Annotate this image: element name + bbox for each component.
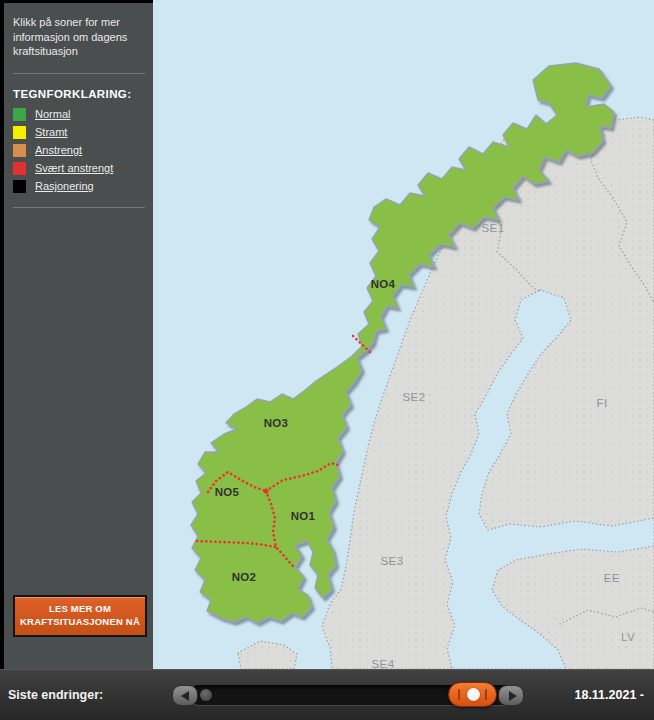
region-label-se4: SE4 <box>371 658 394 669</box>
zone-label-no3[interactable]: NO3 <box>264 417 289 429</box>
legend-link-svaert-anstrengt[interactable]: Svært anstrengt <box>35 162 113 174</box>
power-situation-app: Klikk på soner for mer informasjon om da… <box>0 0 654 720</box>
legend-list: Normal Stramt Anstrengt Svært anstrengt … <box>4 108 153 193</box>
handle-dot <box>467 688 480 701</box>
timeline-slider <box>172 684 524 707</box>
read-more-button[interactable]: LES MER OM KRAFTSITUASJONEN NÅ <box>13 595 147 637</box>
legend-link-stramt[interactable]: Stramt <box>35 126 67 138</box>
handle-tick-left <box>458 689 460 700</box>
legend-link-rasjonering[interactable]: Rasjonering <box>35 180 94 192</box>
zone-label-no4[interactable]: NO4 <box>371 278 396 290</box>
arrow-left-icon <box>181 691 189 701</box>
svaert-anstrengt-color-swatch <box>13 162 26 175</box>
slider-handle[interactable] <box>448 682 497 707</box>
read-more-line2: KRAFTSITUASJONEN NÅ <box>17 616 143 629</box>
handle-tick-right <box>485 689 487 700</box>
read-more-line1: LES MER OM <box>17 603 143 616</box>
divider <box>13 207 145 208</box>
normal-color-swatch <box>13 108 26 121</box>
region-label-se1: SE1 <box>481 222 504 234</box>
slider-next-button[interactable] <box>498 685 524 706</box>
legend-link-anstrengt[interactable]: Anstrengt <box>35 144 82 156</box>
legend-item-rasjonering[interactable]: Rasjonering <box>13 180 145 193</box>
slider-prev-button[interactable] <box>172 685 198 706</box>
legend-title: TEGNFORKLARING: <box>4 74 153 102</box>
zone-label-no5[interactable]: NO5 <box>215 486 240 498</box>
zone-border-junction <box>263 488 268 493</box>
zone-label-no2[interactable]: NO2 <box>232 571 257 583</box>
legend-item-svaert-anstrengt[interactable]: Svært anstrengt <box>13 162 145 175</box>
region-label-lv: LV <box>621 631 635 643</box>
region-label-se2: SE2 <box>402 391 425 403</box>
arrow-right-icon <box>509 691 517 701</box>
slider-start-dot <box>200 689 212 701</box>
map-canvas: NO4 NO3 NO5 NO1 NO2 SE1 SE2 SE3 SE4 FI E… <box>153 0 654 669</box>
legend-item-normal[interactable]: Normal <box>13 108 145 121</box>
legend-item-anstrengt[interactable]: Anstrengt <box>13 144 145 157</box>
sidebar: Klikk på soner for mer informasjon om da… <box>0 0 153 669</box>
zone-label-no1[interactable]: NO1 <box>291 510 316 522</box>
timeline-date: 18.11.2021 - <box>574 688 644 702</box>
legend-item-stramt[interactable]: Stramt <box>13 126 145 139</box>
region-label-se3: SE3 <box>380 555 403 567</box>
intro-text: Klikk på soner for mer informasjon om da… <box>4 3 153 59</box>
region-label-fi: FI <box>596 397 607 409</box>
anstrengt-color-swatch <box>13 144 26 157</box>
legend-link-normal[interactable]: Normal <box>35 108 70 120</box>
stramt-color-swatch <box>13 126 26 139</box>
rasjonering-color-swatch <box>13 180 26 193</box>
region-label-ee: EE <box>604 572 620 584</box>
timeline-label: Siste endringer: <box>8 688 103 702</box>
